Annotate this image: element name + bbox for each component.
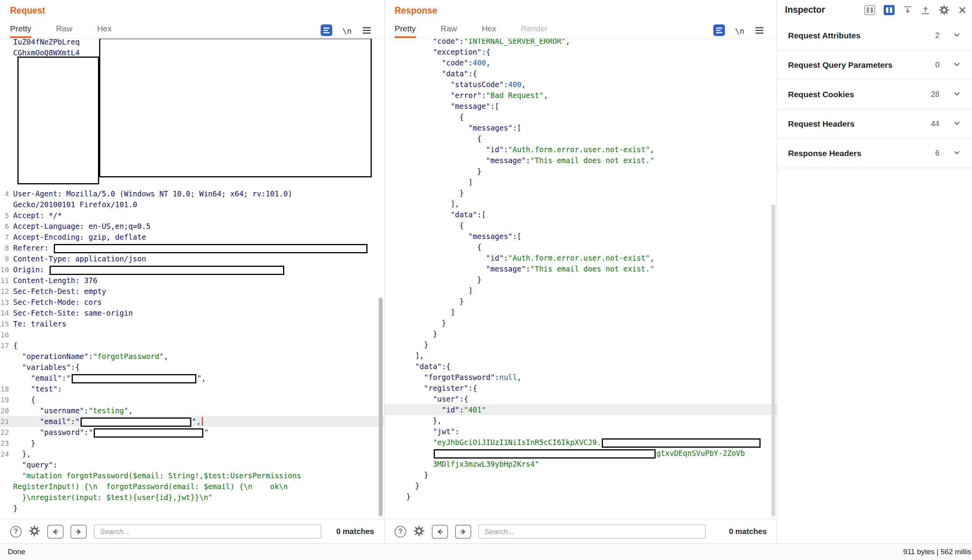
code-line: }\nregister(input: $test){user{id},jwt}}… [0,492,384,503]
code-line: 19 { [0,394,384,405]
next-match-button[interactable] [455,525,471,539]
inspector-section-request-headers[interactable]: Request Headers44 [777,109,972,139]
inspector-dock-icon[interactable] [864,5,875,17]
tab-hex[interactable]: Hex [482,24,496,38]
code-line: ] [385,307,777,318]
inspector-section-list: Request Attributes2Request Query Paramet… [777,21,972,168]
close-icon[interactable] [958,6,967,16]
redaction-box [99,39,372,177]
code-line: 14Sec-Fetch-Site: same-origin [0,307,384,318]
response-scrollbar[interactable] [771,204,775,517]
redaction-box [17,57,99,184]
request-search-input[interactable] [94,524,321,539]
help-icon[interactable]: ? [10,526,22,538]
section-count-badge: 44 [931,119,953,128]
code-line: "data":{ [385,361,777,372]
editor-menu-icon[interactable] [754,25,764,37]
previous-match-button[interactable] [47,525,64,539]
inspector-dock-active-icon[interactable] [884,5,895,17]
code-line: { [385,220,777,231]
section-count-badge: 6 [935,149,953,158]
request-search-toolbar: ? 0 matches [0,519,384,543]
newline-toggle[interactable]: \n [735,26,744,36]
code-line: 22 "password":"" [0,427,384,438]
inspector-section-request-query-parameters[interactable]: Request Query Parameters0 [777,50,972,80]
inspector-section-request-attributes[interactable]: Request Attributes2 [777,21,972,50]
inspector-section-response-headers[interactable]: Response Headers6 [777,139,972,168]
response-panel: Response PrettyRawHexRender \n "code":"I… [385,0,777,543]
line-number: 20 [0,405,13,416]
request-tabbar: PrettyRawHex \n [0,24,384,38]
code-line: "message":"This email does not exist." [385,263,777,274]
code-line: 4User-Agent: Mozilla/5.0 (Windows NT 10.… [0,188,384,199]
code-line: Gecko/20100101 Firefox/101.0 [0,199,384,210]
redaction-box [602,438,761,448]
response-viewer[interactable]: "code":"INTERNAL_SERVER_ERROR", "excepti… [385,39,777,519]
status-text: Done [8,548,25,556]
code-line: "exception":{ [385,46,777,57]
redaction-box [81,417,191,427]
redaction-box [94,428,203,438]
code-line: "variables":{ [0,362,384,373]
code-line: RegisterInput!) {\n forgotPassword(email… [0,481,384,492]
line-number: 15 [0,319,13,330]
pretty-print-icon[interactable] [321,24,332,38]
code-line: 20 "username":"testing", [0,405,384,416]
chevron-down-icon [953,89,961,100]
tab-pretty[interactable]: Pretty [10,24,31,38]
code-line: 13Sec-Fetch-Mode: cors [0,297,384,307]
collapse-all-icon[interactable] [903,5,912,16]
code-line: ] [385,285,777,296]
code-line: "id":"Auth.form.error.user.not-exist", [385,253,777,263]
tab-raw[interactable]: Raw [56,24,72,38]
code-line: } [385,318,777,328]
inspector-section-request-cookies[interactable]: Request Cookies28 [777,80,972,109]
response-match-count: 0 matches [729,527,767,536]
code-line: ], [385,350,777,361]
line-number: 19 [0,395,13,405]
newline-toggle[interactable]: \n [342,26,352,36]
inspector-settings-gear-icon[interactable] [939,5,950,17]
line-number: 8 [0,243,13,254]
search-settings-gear-icon[interactable] [413,525,425,538]
code-line: 16 [0,329,384,340]
response-search-input[interactable] [478,524,706,539]
code-line: } [385,328,777,339]
code-line: "data":[ [385,209,777,220]
pretty-print-icon[interactable] [713,24,725,38]
redaction-box [50,266,284,275]
section-label: Request Cookies [788,90,854,99]
next-match-button[interactable] [70,525,87,539]
tab-render: Render [521,24,548,38]
code-line: { [385,112,777,122]
tab-pretty[interactable]: Pretty [395,24,416,38]
request-editor[interactable]: IuZ04fNeZPbLreqCGhxmOoQ8WXmtL44User-Agen… [0,39,384,519]
burp-repeater-window: Request PrettyRawHex \n IuZ04fNeZPbLreqC… [0,0,972,560]
editor-menu-icon[interactable] [362,25,372,37]
line-number: 21 [0,416,13,427]
search-settings-gear-icon[interactable] [29,525,40,538]
chevron-down-icon [953,148,961,158]
code-line: } [385,166,777,177]
inspector-header: Inspector [777,0,972,21]
help-icon[interactable]: ? [395,526,406,538]
line-number: 16 [0,330,13,340]
request-scrollbar[interactable] [379,297,383,516]
chevron-down-icon [953,31,961,41]
code-line: "message":"This email does not exist." [385,155,777,166]
expand-all-icon[interactable] [921,5,930,16]
tab-hex[interactable]: Hex [97,24,112,38]
code-line: } [385,491,777,502]
code-line: 10Origin: [0,264,384,275]
line-number: 12 [0,286,13,297]
previous-match-button[interactable] [432,525,448,539]
code-line: 24 }, [0,448,384,459]
code-line: "operationName":"forgotPassword", [0,351,384,362]
code-line: "statusCode":400, [385,79,777,90]
code-line: "register":{ [385,383,777,393]
code-line: 17{ [0,340,384,351]
section-label: Request Attributes [788,31,860,40]
tab-raw[interactable]: Raw [441,24,457,38]
status-bar: Done 911 bytes | 562 millis [0,543,972,560]
code-line: 23 } [0,438,384,448]
